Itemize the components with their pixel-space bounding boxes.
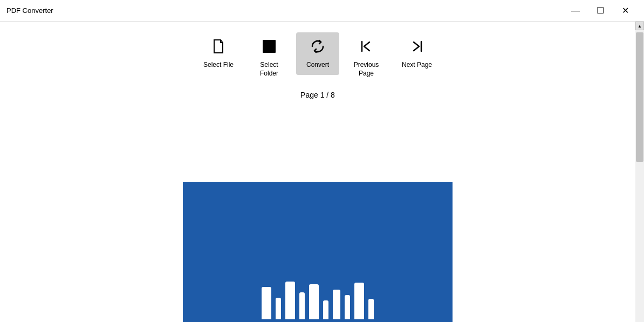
window-controls: — ☐ ✕: [563, 2, 638, 19]
convert-label: Convert: [306, 61, 329, 70]
select-file-label: Select File: [203, 61, 234, 70]
page-indicator: Page 1 / 8: [300, 91, 335, 99]
next-page-icon: [408, 38, 426, 58]
title-bar: PDF Converter — ☐ ✕: [0, 0, 644, 22]
select-folder-label: Select Folder: [260, 61, 278, 78]
next-page-label: Next Page: [402, 61, 432, 70]
folder-icon: [261, 38, 278, 58]
app-title: PDF Converter: [6, 6, 53, 15]
scrollbar-track: ▲: [635, 22, 644, 322]
select-folder-button[interactable]: Select Folder: [248, 32, 291, 83]
pdf-preview-content: [183, 182, 453, 322]
scrollbar-thumb[interactable]: [636, 32, 643, 162]
center-panel: Select File Select Folder: [0, 22, 635, 322]
previous-page-button[interactable]: Previous Page: [345, 32, 388, 83]
close-button[interactable]: ✕: [613, 2, 638, 19]
preview-wave-shapes: [183, 279, 453, 322]
next-page-button[interactable]: Next Page: [393, 32, 441, 75]
select-file-button[interactable]: Select File: [195, 32, 242, 75]
previous-page-label: Previous Page: [354, 61, 379, 78]
maximize-button[interactable]: ☐: [588, 2, 613, 19]
svg-rect-0: [263, 40, 276, 53]
minimize-button[interactable]: —: [563, 2, 588, 19]
file-icon: [210, 38, 227, 58]
convert-icon: [309, 38, 326, 58]
convert-button[interactable]: Convert: [296, 32, 339, 75]
previous-page-icon: [358, 38, 375, 58]
pdf-preview: [183, 182, 453, 322]
toolbar: Select File Select Folder: [0, 22, 635, 88]
main-content: Select File Select Folder: [0, 22, 644, 322]
scrollbar-up-button[interactable]: ▲: [635, 22, 644, 30]
